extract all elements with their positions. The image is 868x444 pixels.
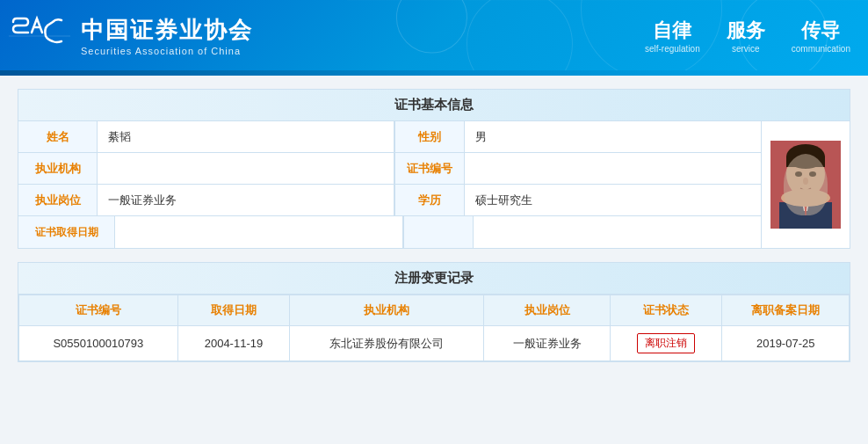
col-header-org: 执业机构 (290, 295, 483, 326)
page-header: 中国证券业协会 Securities Association of China … (0, 0, 868, 70)
label-position: 执业岗位 (18, 185, 98, 215)
record-table-row: S0550100010793 2004-11-19 东北证券股份有限公司 一般证… (19, 326, 850, 361)
value-empty (474, 216, 761, 248)
record-table: 证书编号 取得日期 执业机构 执业岗位 证书状态 离职备案日期 S0550100… (18, 295, 850, 361)
svg-marker-11 (801, 197, 810, 211)
value-edu: 硕士研究生 (465, 185, 761, 215)
nav-item-zilu-en: self-regulation (645, 44, 700, 54)
cell-certno: S0550100010793 (19, 326, 178, 361)
org-name: 中国证券业协会 Securities Association of China (81, 15, 253, 56)
svg-point-7 (795, 171, 802, 177)
label-certdate: 证书取得日期 (18, 216, 115, 248)
info-row-name: 姓名 綦韬 性别 男 (18, 121, 761, 153)
svg-marker-12 (804, 200, 807, 215)
col-header-status: 证书状态 (611, 295, 722, 326)
cert-info-left: 姓名 綦韬 性别 男 执业机构 证书编号 执业岗位 一般证券业务 学历 (18, 121, 762, 248)
nav-item-fuwu[interactable]: 服务 service (727, 18, 765, 54)
svg-point-8 (809, 171, 816, 177)
cert-section: 证书基本信息 姓名 綦韬 性别 男 执业机构 证书编号 (18, 89, 850, 249)
cell-org: 东北证券股份有限公司 (290, 326, 483, 361)
value-org (98, 153, 394, 184)
nav-item-fuwu-en: service (727, 44, 765, 54)
nav-item-zilu[interactable]: 自律 self-regulation (645, 18, 700, 54)
cell-status: 离职注销 (611, 326, 722, 361)
value-name: 綦韬 (98, 121, 394, 152)
main-content: 证书基本信息 姓名 綦韬 性别 男 执业机构 证书编号 (0, 76, 868, 389)
sac-logo (9, 11, 70, 60)
svg-rect-6 (786, 156, 825, 167)
value-position: 一般证券业务 (98, 185, 394, 215)
value-certno (465, 153, 761, 184)
nav-item-chuandao-en: communication (792, 44, 850, 54)
cert-section-title: 证书基本信息 (18, 90, 850, 121)
record-section-title: 注册变更记录 (18, 263, 850, 295)
label-org: 执业机构 (18, 153, 98, 184)
cell-position: 一般证券业务 (483, 326, 611, 361)
person-photo (770, 141, 841, 229)
nav-item-chuandao-cn: 传导 (792, 18, 850, 44)
org-name-cn: 中国证券业协会 (81, 15, 253, 46)
svg-point-13 (781, 189, 830, 207)
photo-area (762, 121, 850, 248)
cell-date: 2004-11-19 (177, 326, 290, 361)
status-badge: 离职注销 (637, 333, 695, 353)
label-edu: 学历 (394, 185, 465, 215)
nav-item-zilu-cn: 自律 (645, 18, 700, 44)
record-table-header-row: 证书编号 取得日期 执业机构 执业岗位 证书状态 离职备案日期 (19, 295, 850, 326)
cell-resigndate: 2019-07-25 (722, 326, 850, 361)
info-row-position: 执业岗位 一般证券业务 学历 硕士研究生 (18, 185, 761, 216)
svg-point-9 (803, 178, 808, 185)
col-header-certno: 证书编号 (19, 295, 178, 326)
col-header-position: 执业岗位 (483, 295, 611, 326)
nav-area: 自律 self-regulation 服务 service 传导 communi… (645, 18, 850, 54)
info-row-org: 执业机构 证书编号 (18, 153, 761, 185)
value-certdate (115, 216, 403, 248)
record-section: 注册变更记录 证书编号 取得日期 执业机构 执业岗位 证书状态 离职备案日期 S… (18, 262, 850, 362)
logo-area: 中国证券业协会 Securities Association of China (9, 11, 253, 60)
label-empty (403, 216, 474, 248)
label-name: 姓名 (18, 121, 98, 152)
cert-info-table: 姓名 綦韬 性别 男 执业机构 证书编号 执业岗位 一般证券业务 学历 (18, 121, 850, 248)
label-gender: 性别 (394, 121, 465, 152)
info-row-certdate: 证书取得日期 (18, 216, 761, 248)
org-name-en: Securities Association of China (81, 46, 253, 56)
col-header-resigndate: 离职备案日期 (722, 295, 850, 326)
nav-item-fuwu-cn: 服务 (727, 18, 765, 44)
nav-item-chuandao[interactable]: 传导 communication (792, 18, 850, 54)
value-gender: 男 (465, 121, 761, 152)
label-certno: 证书编号 (394, 153, 465, 184)
col-header-date: 取得日期 (177, 295, 290, 326)
